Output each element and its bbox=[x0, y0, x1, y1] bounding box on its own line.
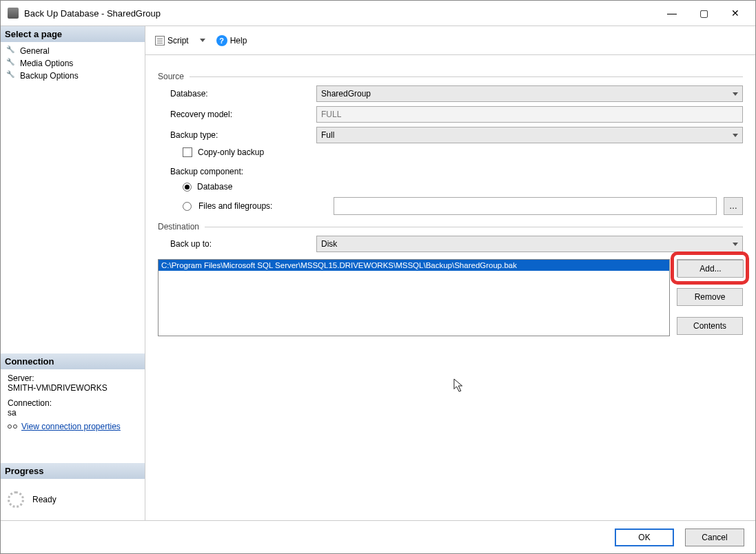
source-group-text: Source bbox=[158, 72, 184, 81]
view-connection-properties-link[interactable]: View connection properties bbox=[21, 422, 121, 431]
help-icon: ? bbox=[216, 35, 227, 46]
copy-only-checkbox[interactable] bbox=[183, 147, 192, 157]
filegroups-browse-button[interactable]: … bbox=[724, 197, 743, 215]
sidebar-item-label: General bbox=[20, 46, 50, 56]
chevron-down-icon bbox=[733, 243, 738, 246]
progress-header: Progress bbox=[1, 463, 145, 479]
help-button[interactable]: ? Help bbox=[214, 34, 250, 48]
wrench-icon bbox=[8, 47, 16, 55]
ok-button[interactable]: OK bbox=[615, 529, 674, 546]
connection-label: Connection: bbox=[8, 398, 138, 408]
sidebar: Select a page General Media Options Back… bbox=[1, 26, 145, 520]
chevron-down-icon bbox=[733, 92, 738, 96]
sidebar-item-label: Backup Options bbox=[20, 71, 79, 81]
help-label: Help bbox=[230, 36, 247, 45]
database-combo[interactable]: SharedGroup bbox=[316, 85, 743, 102]
back-up-to-value: Disk bbox=[321, 239, 733, 249]
connection-info: Server: SMITH-VM\DRIVEWORKS Connection: … bbox=[1, 369, 145, 435]
script-dropdown-arrow[interactable] bbox=[200, 39, 205, 42]
progress-body: Ready bbox=[1, 479, 145, 520]
connection-value: sa bbox=[8, 408, 138, 418]
destination-group-label: Destination bbox=[158, 222, 743, 232]
add-button[interactable]: Add... bbox=[677, 260, 744, 278]
recovery-model-label: Recovery model: bbox=[158, 110, 316, 119]
script-icon bbox=[155, 36, 165, 45]
filegroups-input[interactable] bbox=[334, 197, 717, 215]
select-page-header: Select a page bbox=[1, 26, 145, 42]
script-label: Script bbox=[167, 36, 189, 45]
script-button[interactable]: Script bbox=[152, 34, 192, 47]
recovery-model-value: FULL bbox=[321, 110, 341, 119]
maximize-button[interactable]: ▢ bbox=[688, 2, 719, 24]
sidebar-item-general[interactable]: General bbox=[1, 45, 145, 57]
wrench-icon bbox=[8, 59, 16, 68]
network-icon bbox=[8, 422, 17, 431]
titlebar: Back Up Database - SharedGroup — ▢ ✕ bbox=[1, 1, 755, 25]
toolbar: Script ? Help bbox=[145, 26, 755, 55]
destination-group-text: Destination bbox=[158, 222, 199, 232]
sidebar-item-media-options[interactable]: Media Options bbox=[1, 57, 145, 70]
backup-component-label: Backup component: bbox=[158, 167, 743, 176]
progress-status: Ready bbox=[32, 495, 57, 504]
cancel-button[interactable]: Cancel bbox=[685, 529, 744, 546]
destination-list-item[interactable]: C:\Program Files\Microsoft SQL Server\MS… bbox=[159, 260, 669, 271]
server-value: SMITH-VM\DRIVEWORKS bbox=[8, 383, 138, 393]
sidebar-item-label: Media Options bbox=[20, 59, 73, 68]
backup-type-value: Full bbox=[321, 130, 733, 140]
source-group-label: Source bbox=[158, 72, 743, 81]
remove-button[interactable]: Remove bbox=[677, 288, 743, 306]
chevron-down-icon bbox=[733, 134, 738, 137]
back-up-to-label: Back up to: bbox=[158, 239, 316, 249]
minimize-button[interactable]: — bbox=[656, 2, 688, 24]
recovery-model-field: FULL bbox=[316, 106, 743, 123]
radio-database-label: Database bbox=[197, 182, 232, 192]
wrench-icon bbox=[8, 72, 16, 80]
main-panel: Script ? Help Source Database: SharedGro… bbox=[145, 26, 755, 520]
sidebar-item-backup-options[interactable]: Backup Options bbox=[1, 70, 145, 82]
destination-list[interactable]: C:\Program Files\Microsoft SQL Server\MS… bbox=[158, 259, 670, 336]
connection-header: Connection bbox=[1, 353, 145, 369]
backup-type-label: Backup type: bbox=[158, 130, 316, 140]
radio-filegroups[interactable] bbox=[183, 202, 192, 211]
radio-filegroups-label: Files and filegroups: bbox=[198, 201, 327, 211]
close-button[interactable]: ✕ bbox=[719, 2, 751, 24]
window-title: Back Up Database - SharedGroup bbox=[24, 8, 161, 19]
back-up-to-combo[interactable]: Disk bbox=[316, 236, 743, 252]
server-label: Server: bbox=[8, 373, 138, 383]
radio-database[interactable] bbox=[183, 183, 192, 192]
dialog-footer: OK Cancel bbox=[1, 520, 755, 553]
copy-only-label: Copy-only backup bbox=[198, 147, 264, 157]
backup-type-combo[interactable]: Full bbox=[316, 127, 743, 143]
database-value: SharedGroup bbox=[321, 89, 733, 99]
database-label: Database: bbox=[158, 89, 316, 99]
contents-button[interactable]: Contents bbox=[677, 317, 743, 335]
progress-spinner-icon bbox=[8, 491, 24, 508]
app-icon bbox=[8, 8, 19, 19]
